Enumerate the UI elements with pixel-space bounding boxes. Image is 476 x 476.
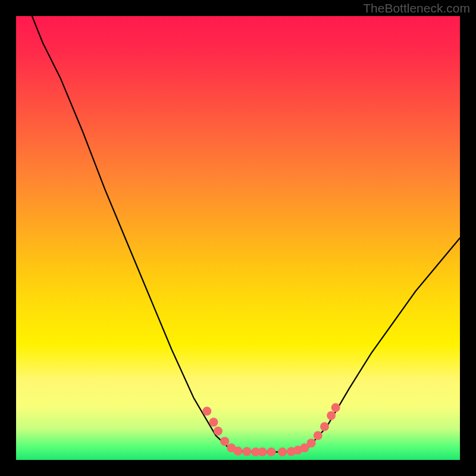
data-marker [278, 447, 287, 456]
data-marker [331, 403, 340, 412]
data-marker [307, 439, 316, 447]
data-marker [320, 422, 329, 431]
data-marker [267, 447, 275, 456]
data-marker [209, 418, 218, 427]
chart-plot-area [16, 16, 460, 460]
data-marker [234, 447, 243, 456]
data-marker [220, 437, 229, 446]
data-marker [202, 406, 211, 415]
data-markers [202, 403, 340, 456]
data-marker [242, 447, 251, 456]
data-marker [258, 447, 267, 456]
data-marker [314, 431, 322, 440]
bottleneck-curve [32, 16, 460, 452]
chart-overlay [16, 16, 460, 460]
attribution-text: TheBottleneck.com [363, 1, 470, 15]
data-marker [214, 427, 223, 436]
data-marker [327, 411, 336, 420]
